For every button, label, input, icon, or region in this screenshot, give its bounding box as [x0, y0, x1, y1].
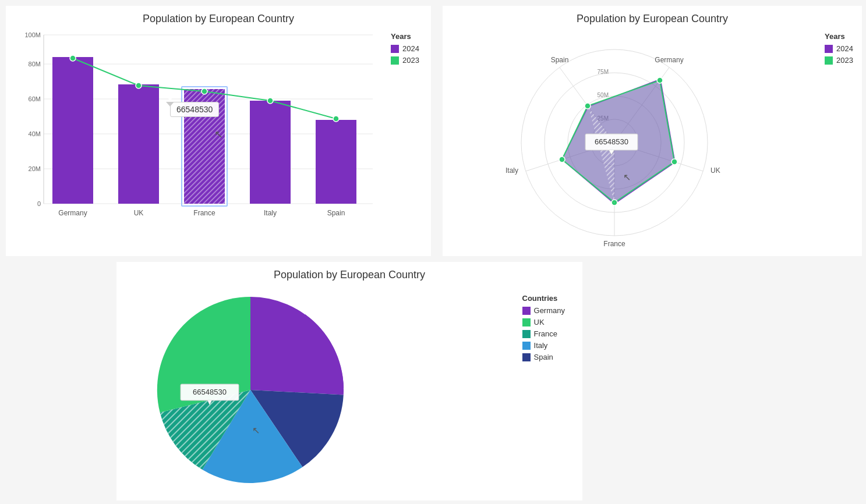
- radar-legend-label-2023: 2023: [836, 56, 853, 65]
- svg-text:Spain: Spain: [327, 209, 345, 217]
- dot-spain-2023: [333, 116, 339, 122]
- pie-legend-uk: UK: [522, 318, 565, 326]
- radar-legend: Years 2024 2023: [825, 32, 853, 68]
- svg-text:UK: UK: [134, 209, 144, 217]
- bar-france-hatch: [184, 89, 225, 204]
- dot-uk-2023: [136, 83, 142, 88]
- svg-text:Germany: Germany: [655, 56, 683, 64]
- svg-text:100M: 100M: [24, 31, 41, 38]
- svg-text:80M: 80M: [29, 61, 41, 68]
- svg-point-36: [657, 77, 663, 83]
- bar-legend-swatch-2024: [391, 45, 399, 53]
- svg-text:50M: 50M: [598, 92, 609, 98]
- svg-point-37: [671, 159, 677, 165]
- dot-italy-2023: [267, 98, 273, 104]
- svg-text:France: France: [603, 240, 625, 248]
- bar-chart-legend: Years 2024 2023: [391, 32, 419, 68]
- pie-legend-italy: Italy: [522, 341, 565, 350]
- radar-legend-title: Years: [825, 32, 853, 41]
- svg-text:Spain: Spain: [551, 56, 569, 64]
- bar-chart-svg: 0 20M 40M 60M 80M 100M: [12, 29, 390, 244]
- pie-legend: Countries Germany UK France Italy Spain: [522, 294, 565, 364]
- pie-chart: Population by European Country Countries…: [116, 262, 582, 501]
- svg-text:Italy: Italy: [506, 166, 518, 175]
- pie-legend-france: France: [522, 329, 565, 338]
- bar-legend-2024: 2024: [391, 44, 419, 53]
- pie-label-france: France: [534, 329, 557, 338]
- svg-text:66548530: 66548530: [595, 137, 628, 146]
- bar-chart: Population by European Country Years 202…: [6, 6, 431, 256]
- pie-label-italy: Italy: [534, 341, 548, 350]
- pie-swatch-italy: [522, 342, 531, 350]
- page-container: Population by European Country Years 202…: [0, 0, 866, 504]
- svg-text:Italy: Italy: [264, 209, 277, 217]
- svg-text:20M: 20M: [29, 165, 41, 172]
- pie-legend-title: Countries: [522, 294, 565, 303]
- svg-point-40: [585, 103, 591, 109]
- bar-legend-swatch-2023: [391, 56, 399, 65]
- radar-legend-swatch-2024: [825, 45, 833, 53]
- dot-france-2023: [202, 88, 207, 94]
- svg-text:UK: UK: [711, 166, 720, 175]
- pie-label-germany: Germany: [534, 306, 565, 315]
- pie-swatch-france: [522, 330, 531, 338]
- pie-swatch-spain: [522, 353, 531, 361]
- bar-legend-label-2024: 2024: [402, 44, 419, 53]
- radar-legend-label-2024: 2024: [836, 44, 853, 53]
- pie-legend-spain: Spain: [522, 353, 565, 361]
- bar-tooltip-arrow: [166, 102, 174, 107]
- bar-chart-title: Population by European Country: [6, 6, 431, 27]
- radar-chart: Population by European Country Years 202…: [443, 6, 862, 256]
- svg-text:↖: ↖: [252, 425, 260, 435]
- svg-text:40M: 40M: [29, 130, 41, 137]
- bar-uk-2024[interactable]: [118, 84, 159, 204]
- radar-legend-2024: 2024: [825, 44, 853, 53]
- bar-tooltip-arrow-inner: [167, 97, 174, 101]
- svg-text:↖: ↖: [623, 172, 631, 182]
- pie-label-uk: UK: [534, 318, 545, 326]
- pie-swatch-uk: [522, 318, 531, 326]
- bar-legend-title: Years: [391, 32, 419, 41]
- bar-germany-2024[interactable]: [52, 57, 93, 204]
- radar-svg: Germany UK France Italy Spain 25M 50M 75…: [451, 26, 789, 253]
- radar-legend-swatch-2023: [825, 56, 833, 65]
- pie-svg: 66548530 ↖: [134, 276, 425, 498]
- bar-spain-2024[interactable]: [316, 120, 356, 204]
- pie-legend-germany: Germany: [522, 306, 565, 315]
- svg-text:France: France: [193, 209, 215, 217]
- dot-germany-2023: [70, 55, 76, 61]
- svg-text:Germany: Germany: [58, 209, 87, 217]
- svg-text:0: 0: [37, 200, 41, 207]
- svg-point-39: [559, 157, 565, 162]
- svg-text:75M: 75M: [598, 69, 609, 75]
- radar-chart-title: Population by European Country: [443, 6, 862, 27]
- svg-text:60M: 60M: [29, 95, 41, 102]
- bar-italy-2024[interactable]: [250, 101, 291, 204]
- bar-legend-2023: 2023: [391, 56, 419, 65]
- radar-legend-2023: 2023: [825, 56, 853, 65]
- slice-germany[interactable]: [250, 297, 344, 395]
- pie-swatch-germany: [522, 307, 531, 315]
- pie-label-spain: Spain: [534, 353, 553, 361]
- bar-legend-label-2023: 2023: [402, 56, 419, 65]
- svg-text:66548530: 66548530: [193, 388, 227, 396]
